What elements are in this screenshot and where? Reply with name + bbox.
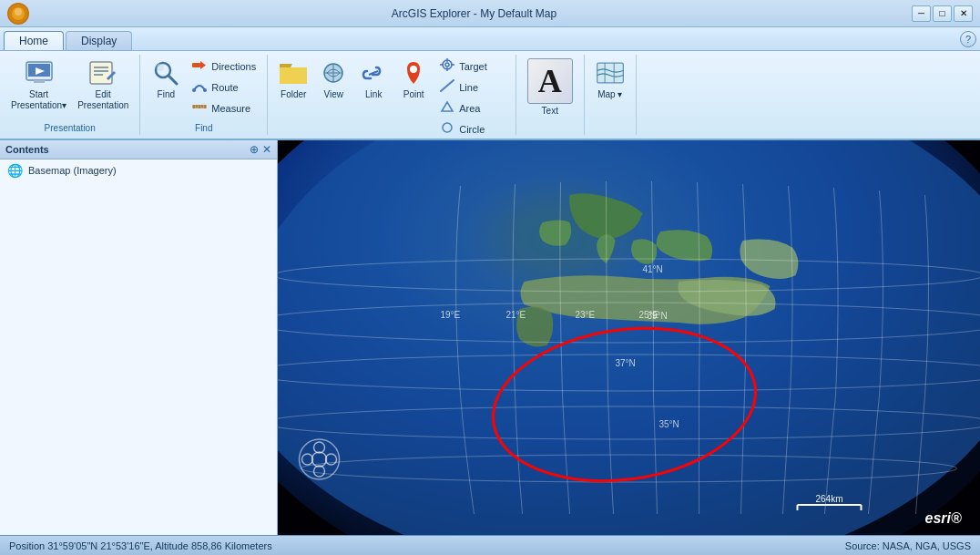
start-presentation-label: StartPresentation▾: [11, 89, 66, 111]
map-icon: [596, 58, 625, 87]
main-area: Contents ⊕ ✕ 🌐 Basemap (Imagery): [0, 140, 980, 535]
svg-marker-15: [200, 61, 206, 69]
circle-button[interactable]: Circle: [435, 119, 508, 139]
svg-line-13: [168, 76, 177, 84]
svg-text:37°N: 37°N: [616, 358, 636, 368]
find-small-buttons: Directions Route: [188, 57, 260, 118]
area-button[interactable]: Area: [435, 98, 508, 118]
text-label: Text: [542, 106, 558, 117]
map-button[interactable]: Map ▾: [592, 57, 628, 102]
view-label: View: [323, 89, 343, 100]
find-group-label: Find: [195, 123, 212, 133]
svg-text:21°E: 21°E: [506, 310, 526, 320]
target-label: Target: [459, 61, 487, 72]
target-button[interactable]: Target: [435, 57, 508, 76]
svg-rect-7: [90, 62, 112, 84]
minimize-button[interactable]: ─: [912, 5, 931, 22]
route-label: Route: [211, 82, 238, 93]
svg-text:264km: 264km: [816, 494, 843, 504]
position-text: Position 31°59'05"N 21°53'16"E, Altitude…: [9, 540, 845, 551]
basemap-label: Basemap (Imagery): [28, 165, 117, 176]
ribbon-group-find: Find Directions: [140, 55, 268, 135]
svg-text:23°E: 23°E: [576, 310, 596, 320]
svg-point-17: [203, 88, 207, 92]
svg-line-36: [441, 80, 454, 91]
link-label: Link: [365, 89, 382, 100]
statusbar: Position 31°59'05"N 21°53'16"E, Altitude…: [0, 535, 980, 555]
svg-point-16: [192, 88, 196, 92]
titlebar: ArcGIS Explorer - My Default Map ─ □ ✕: [0, 0, 980, 27]
basemap-globe-icon: 🌐: [7, 163, 23, 178]
point-icon: [399, 58, 428, 87]
folder-button[interactable]: Folder: [275, 57, 311, 102]
svg-point-38: [443, 123, 452, 132]
directions-button[interactable]: Directions: [188, 57, 260, 76]
measure-label: Measure: [211, 103, 250, 114]
restore-button[interactable]: □: [933, 5, 952, 22]
folder-icon: [279, 58, 308, 87]
svg-marker-37: [442, 102, 453, 111]
help-button[interactable]: ?: [960, 31, 976, 47]
sidebar-title: Contents: [5, 144, 250, 155]
measure-button[interactable]: Measure: [188, 98, 260, 118]
find-button[interactable]: Find: [148, 57, 184, 102]
svg-rect-42: [597, 63, 623, 83]
edit-presentation-label: EditPresentation: [77, 89, 128, 111]
line-button[interactable]: Line: [435, 77, 508, 97]
map-area[interactable]: 41°N 39°N 37°N 35°N 19°E 21°E 23°E 25°E: [278, 140, 980, 535]
ribbon-group-create: Folder View: [268, 55, 516, 135]
link-button[interactable]: Link: [355, 57, 392, 102]
ribbon-group-map: Map ▾: [585, 55, 637, 135]
ribbon-group-presentation: StartPresentation▾ EditPresentation Pres…: [0, 55, 140, 135]
find-icon: [151, 58, 180, 87]
folder-label: Folder: [281, 89, 306, 100]
start-presentation-icon: [25, 58, 54, 87]
line-label: Line: [459, 82, 478, 93]
area-icon: [439, 100, 455, 116]
point-button[interactable]: Point: [395, 57, 432, 102]
map-label: Map ▾: [597, 89, 622, 100]
basemap-item[interactable]: 🌐 Basemap (Imagery): [0, 159, 277, 181]
svg-text:41°N: 41°N: [643, 264, 663, 274]
source-text: Source: NASA, NGA, USGS: [845, 540, 971, 551]
sidebar-close-button[interactable]: ✕: [262, 143, 271, 156]
svg-rect-6: [34, 80, 45, 83]
sidebar-pin-button[interactable]: ⊕: [250, 143, 259, 156]
ribbon: StartPresentation▾ EditPresentation Pres…: [0, 51, 980, 140]
find-label: Find: [158, 89, 175, 100]
link-icon: [359, 58, 388, 87]
svg-rect-24: [280, 67, 307, 84]
app-icon: [7, 3, 29, 25]
tab-home[interactable]: Home: [4, 31, 64, 50]
ribbon-group-text: A Text: [516, 55, 585, 135]
sidebar-header: Contents ⊕ ✕: [0, 140, 277, 159]
close-button[interactable]: ✕: [954, 5, 973, 22]
presentation-group-label: Presentation: [45, 123, 96, 133]
window-title: ArcGIS Explorer - My Default Map: [36, 7, 912, 20]
area-label: Area: [459, 103, 480, 114]
svg-rect-14: [192, 63, 200, 67]
svg-point-2: [15, 8, 22, 15]
svg-text:19°E: 19°E: [441, 310, 461, 320]
map-globe-svg: 41°N 39°N 37°N 35°N 19°E 21°E 23°E 25°E: [278, 140, 980, 535]
sidebar-header-icons: ⊕ ✕: [250, 143, 271, 156]
measure-icon: [191, 100, 208, 116]
start-presentation-button[interactable]: StartPresentation▾: [7, 57, 70, 113]
target-icon: [439, 58, 455, 74]
directions-icon: [191, 58, 208, 74]
sidebar: Contents ⊕ ✕ 🌐 Basemap (Imagery): [0, 140, 278, 535]
tabbar: Home Display ?: [0, 27, 980, 51]
directions-label: Directions: [211, 61, 256, 72]
line-icon: [439, 79, 455, 95]
svg-text:25°E: 25°E: [639, 310, 659, 320]
view-button[interactable]: View: [315, 57, 352, 102]
svg-point-31: [445, 63, 449, 67]
text-button[interactable]: A Text: [524, 57, 577, 118]
point-label: Point: [403, 89, 424, 100]
text-icon: A: [527, 58, 573, 104]
route-icon: [191, 79, 208, 95]
route-button[interactable]: Route: [188, 77, 260, 97]
tab-display[interactable]: Display: [66, 31, 132, 50]
edit-presentation-button[interactable]: EditPresentation: [74, 57, 132, 113]
circle-label: Circle: [459, 124, 485, 135]
